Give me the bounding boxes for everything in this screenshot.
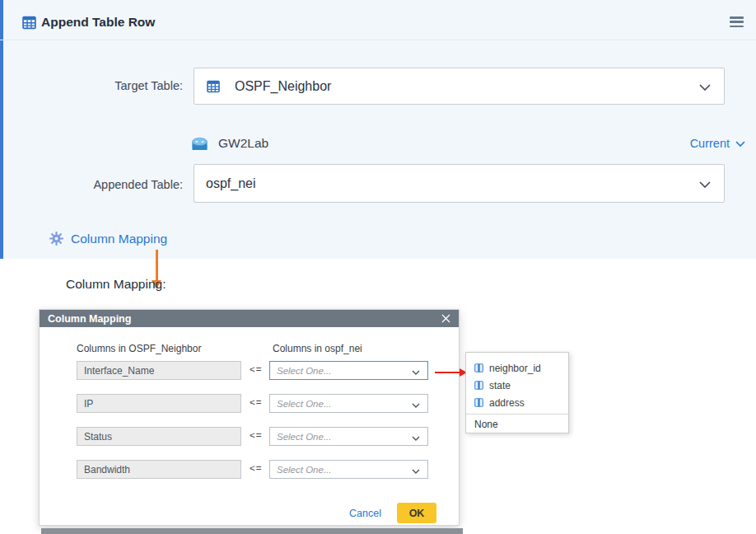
red-arrow-annotation [435, 372, 460, 373]
column-mapping-dialog: Column Mapping Columns in OSPF_Neighbor … [39, 309, 460, 526]
select-placeholder: Select One... [277, 432, 331, 442]
source-column-field[interactable] [77, 460, 241, 479]
device-name: GW2Lab [218, 136, 268, 151]
mapping-row: <= Select One... [40, 427, 459, 446]
column-field-icon [474, 398, 483, 407]
cancel-button[interactable]: Cancel [349, 508, 381, 519]
select-placeholder: Select One... [277, 465, 331, 475]
target-column-select[interactable]: Select One... [269, 361, 428, 380]
map-operator: <= [250, 397, 262, 407]
select-placeholder: Select One... [277, 366, 331, 376]
column-field-icon [474, 363, 483, 372]
target-table-select[interactable]: OSPF_Neighbor [194, 68, 725, 105]
appended-table-label: Appended Table: [47, 178, 183, 191]
map-operator: <= [250, 430, 262, 440]
orange-arrow-annotation [156, 250, 158, 280]
column-field-icon [474, 381, 483, 390]
appended-table-value: ospf_nei [206, 176, 256, 191]
mapping-row: <= Select One... [40, 394, 459, 413]
popup-option-label: neighbor_id [489, 363, 541, 374]
select-placeholder: Select One... [277, 399, 331, 409]
popup-option[interactable]: neighbor_id [466, 359, 568, 377]
map-operator: <= [250, 463, 262, 473]
mapping-row: <= Select One... [40, 460, 459, 479]
right-column-header: Columns in ospf_nei [273, 343, 362, 354]
target-table-value: OSPF_Neighbor [235, 79, 331, 94]
column-options-popup: neighbor_id state address None [465, 352, 569, 433]
target-column-select[interactable]: Select One... [269, 427, 428, 446]
router-icon [191, 137, 208, 150]
column-mapping-link-label: Column Mapping [71, 232, 167, 246]
close-icon[interactable] [441, 314, 450, 323]
appended-table-select[interactable]: ospf_nei [194, 164, 725, 203]
popup-option[interactable]: address [466, 394, 568, 411]
bottom-window-edge [41, 528, 463, 534]
popup-option-label: state [489, 380, 511, 391]
chevron-down-icon [699, 176, 711, 191]
popup-option[interactable]: state [466, 377, 568, 394]
gear-icon [49, 231, 64, 246]
chevron-down-icon [412, 396, 420, 411]
chevron-down-icon [735, 141, 745, 147]
source-column-field[interactable] [77, 427, 241, 446]
chevron-down-icon [412, 363, 420, 378]
chevron-down-icon [412, 462, 420, 477]
column-mapping-heading: Column Mapping: [66, 277, 166, 292]
current-label: Current [690, 137, 730, 150]
target-column-select[interactable]: Select One... [269, 394, 428, 413]
popup-option-label: address [489, 397, 525, 409]
dialog-titlebar[interactable]: Column Mapping [40, 310, 459, 327]
table-icon [22, 16, 36, 33]
column-mapping-link[interactable]: Column Mapping [49, 231, 167, 246]
target-table-label: Target Table: [47, 79, 183, 92]
dialog-title: Column Mapping [48, 313, 131, 325]
map-operator: <= [250, 364, 262, 374]
menu-icon[interactable] [730, 16, 744, 28]
data-source-current-link[interactable]: Current [690, 137, 745, 150]
ok-button[interactable]: OK [397, 503, 436, 523]
source-column-field[interactable] [77, 361, 241, 380]
page-title: Append Table Row [41, 15, 155, 30]
mapping-row: <= Select One... [40, 361, 459, 380]
device-row: GW2Lab [191, 136, 268, 151]
left-column-header: Columns in OSPF_Neighbor [77, 343, 201, 354]
target-column-select[interactable]: Select One... [269, 460, 428, 479]
table-icon [207, 80, 220, 93]
popup-option-none[interactable]: None [466, 415, 568, 433]
chevron-down-icon [412, 429, 420, 444]
header-divider [0, 40, 756, 40]
source-column-field[interactable] [77, 394, 241, 413]
chevron-down-icon [699, 79, 711, 94]
